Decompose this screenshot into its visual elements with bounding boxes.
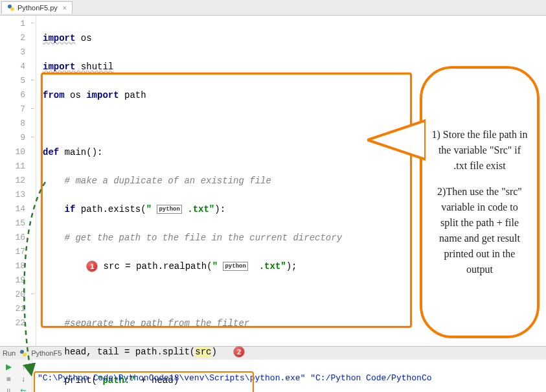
output-command: "C:\Python Code\PythonCode18\venv\Script…	[38, 373, 432, 383]
python-file-icon	[19, 349, 27, 357]
file-tab[interactable]: PythonF5.py ×	[1, 1, 73, 14]
line-number: 14	[0, 202, 36, 216]
line-number: 4	[0, 60, 36, 74]
scroll-down-button[interactable]: ↓	[16, 373, 30, 385]
python-file-icon: python	[223, 262, 247, 271]
tab-filename: PythonF5.py	[17, 4, 58, 12]
callout-pointer-icon	[367, 117, 426, 163]
line-number: 5	[0, 74, 36, 88]
scroll-up-button[interactable]: ↑	[16, 361, 30, 373]
close-tab-icon[interactable]: ×	[63, 5, 67, 12]
line-number: 1	[0, 17, 36, 31]
wrap-button[interactable]: ⇆	[16, 386, 30, 392]
line-number: 8	[0, 117, 36, 131]
callout-text-2: 2)Then use the "src" variable in code to…	[431, 184, 528, 277]
annotation-marker-1: 1	[86, 260, 98, 272]
line-number: 16	[0, 231, 36, 245]
line-number: 3	[0, 45, 36, 60]
run-toolbar: ▶ ↑ ■ ↓ ⏸ ⇆	[0, 360, 32, 392]
line-number: 6	[0, 88, 36, 102]
line-number: 17	[0, 245, 36, 259]
stop-button[interactable]: ■	[1, 373, 16, 385]
line-number: 7	[0, 102, 36, 117]
editor: 1 2 3 4 5 6 7 8 9 10 11 12 13 14 15 16 1…	[0, 16, 546, 346]
annotation-callout: 1) Store the file path in the variable "…	[420, 66, 540, 338]
line-number: 10	[0, 145, 36, 159]
run-label: Run	[3, 349, 16, 357]
line-number: 22	[0, 316, 36, 330]
callout-text-1: 1) Store the file path in the variable "…	[431, 127, 528, 174]
line-number-gutter: 1 2 3 4 5 6 7 8 9 10 11 12 13 14 15 16 1…	[0, 16, 36, 346]
editor-tab-bar: PythonF5.py ×	[0, 0, 546, 16]
python-file-icon: python	[157, 205, 181, 214]
rerun-button[interactable]: ▶	[1, 361, 16, 373]
line-number: 12	[0, 174, 36, 188]
line-number: 19	[0, 273, 36, 288]
line-number: 13	[0, 188, 36, 202]
annotation-marker-2: 2	[233, 346, 245, 358]
line-number: 18	[0, 259, 36, 273]
line-number: 15	[0, 216, 36, 231]
line-number: 2	[0, 31, 36, 45]
python-file-icon	[7, 4, 15, 12]
line-number: 21	[0, 302, 36, 316]
svg-point-5	[23, 352, 27, 356]
pause-button[interactable]: ⏸	[1, 386, 16, 392]
svg-point-1	[10, 7, 14, 11]
console-output[interactable]: "C:\Python Code\PythonCode18\venv\Script…	[32, 360, 546, 392]
line-number: 9	[0, 131, 36, 145]
line-number: 20	[0, 288, 36, 302]
line-number: 11	[0, 159, 36, 174]
